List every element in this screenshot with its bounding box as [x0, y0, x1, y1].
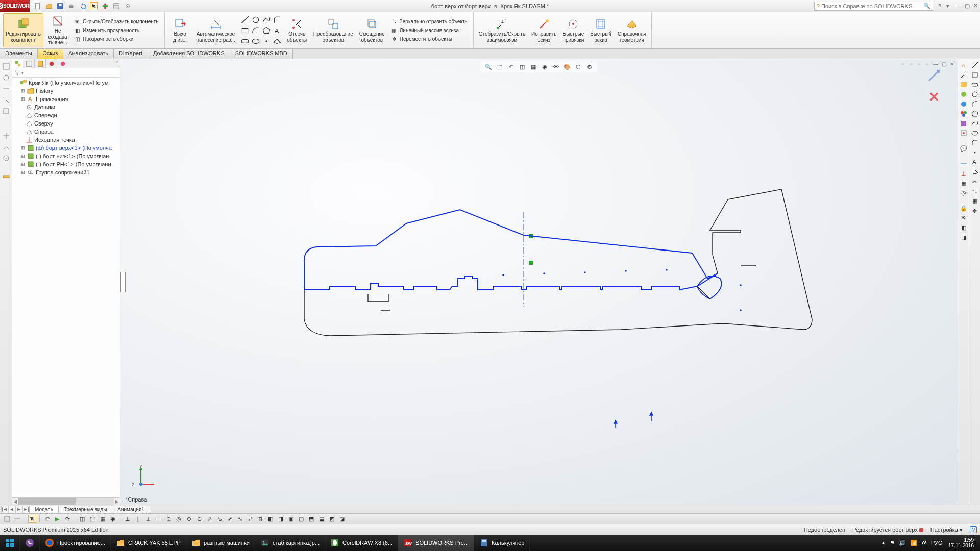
lb-icon-6[interactable]: [2, 132, 10, 140]
close-icon[interactable]: ✕: [972, 3, 979, 10]
tab-mbd[interactable]: SOLIDWORKS MBD: [230, 49, 293, 59]
viewtab-3dviews[interactable]: Трехмерные виды: [58, 506, 112, 513]
circle-tool-icon[interactable]: [251, 15, 260, 24]
move-entities-button[interactable]: ✥Переместить объекты: [389, 35, 470, 43]
point-tool-icon[interactable]: [262, 37, 271, 46]
bt-14[interactable]: ⊙: [164, 515, 173, 523]
rb1-forum-icon[interactable]: 💬: [960, 144, 968, 153]
tree-sensors[interactable]: Датчики: [13, 103, 119, 111]
bt-31[interactable]: ◪: [338, 515, 346, 523]
bt-27[interactable]: ▢: [297, 515, 305, 523]
convert-entities-button[interactable]: Преобразование объектов: [311, 13, 355, 47]
bt-12[interactable]: ⟂: [144, 515, 152, 523]
arc-tool-icon[interactable]: [251, 26, 260, 35]
status-help-icon[interactable]: ?: [970, 526, 977, 533]
bt-3[interactable]: ↶: [43, 515, 51, 523]
hide-show-components-button[interactable]: 👁Скрыть/Отобразить компоненты: [72, 18, 161, 26]
bt-7[interactable]: ⬚: [88, 515, 96, 523]
vt-first[interactable]: |◄: [1, 506, 8, 513]
tree-front-plane[interactable]: Спереди: [13, 111, 119, 119]
trim-button[interactable]: Отсечь объекты: [285, 13, 309, 47]
maximize-icon[interactable]: ▢: [964, 3, 971, 10]
rb1-decal-icon[interactable]: [960, 129, 968, 137]
rb2-4[interactable]: [971, 90, 979, 98]
fm-tab-property[interactable]: [23, 59, 35, 68]
undo-icon[interactable]: [79, 2, 87, 10]
bt-4[interactable]: ▶: [53, 515, 61, 523]
line-tool-icon[interactable]: [240, 15, 250, 24]
fm-tab-tree[interactable]: [12, 59, 23, 68]
fm-tab-dimxpert[interactable]: [46, 59, 57, 68]
task-solidworks[interactable]: SWSOLIDWORKS Pre...: [398, 535, 474, 551]
bt-23[interactable]: ⇅: [256, 515, 264, 523]
bt-cursor-icon[interactable]: [28, 515, 36, 523]
rb1-rect-icon[interactable]: [960, 81, 968, 89]
bt-11[interactable]: ∥: [134, 515, 142, 523]
open-file-icon[interactable]: [45, 2, 53, 10]
options-icon[interactable]: [112, 2, 120, 10]
bt-5[interactable]: ⟳: [63, 515, 71, 523]
bt-13[interactable]: ≡: [154, 515, 162, 523]
tray-clock[interactable]: 1:59 17.11.2016: [946, 537, 976, 548]
lb-icon-3[interactable]: [2, 85, 10, 93]
viewtab-animation[interactable]: Анимация1: [112, 506, 150, 513]
bt-1[interactable]: [3, 515, 11, 523]
rb2-7[interactable]: [971, 119, 979, 128]
rb2-13[interactable]: ✂: [971, 178, 979, 186]
rb2-1[interactable]: [971, 61, 979, 69]
lb-icon-8[interactable]: [2, 154, 10, 162]
bt-30[interactable]: ◩: [328, 515, 336, 523]
rb2-9[interactable]: [971, 139, 979, 147]
smart-dimension-button[interactable]: Автоматическое нанесение раз...: [194, 13, 237, 47]
tree-history[interactable]: ⊞History: [13, 87, 119, 95]
rb1-grid-icon[interactable]: ▦: [960, 179, 968, 187]
status-customize[interactable]: Настройка ▾: [930, 527, 963, 533]
bt-17[interactable]: ⊖: [195, 515, 203, 523]
repair-sketch-button[interactable]: Исправить эскиз: [529, 13, 558, 47]
tray-lang[interactable]: РУС: [931, 540, 942, 546]
fm-tabs-overflow[interactable]: »: [113, 59, 120, 68]
rb2-12[interactable]: [971, 168, 979, 176]
rb1-eye-icon[interactable]: 👁: [960, 214, 968, 222]
print-icon[interactable]: [67, 2, 76, 10]
bt-22[interactable]: ⇄: [246, 515, 254, 523]
rb1-circle-icon[interactable]: [960, 90, 968, 98]
task-firefox[interactable]: Проектирование...: [40, 535, 111, 551]
tab-features[interactable]: Элементы: [0, 49, 38, 59]
linear-pattern-button[interactable]: ▦Линейный массив эскиза: [389, 27, 470, 35]
bt-26[interactable]: ▣: [287, 515, 295, 523]
bt-10[interactable]: ⊥: [124, 515, 132, 523]
lb-icon-5[interactable]: [2, 107, 10, 115]
display-relations-button[interactable]: ⊥ Отобразить/Скрыть взаимосвязи: [477, 13, 527, 47]
tree-annotations[interactable]: ⊞AПримечания: [13, 95, 119, 103]
viewtab-model[interactable]: Модель: [29, 506, 59, 513]
help-search[interactable]: ? 🔍: [814, 2, 933, 11]
lb-measure-icon[interactable]: [2, 172, 10, 181]
graphics-viewport[interactable]: ▫▫ ▫▫ —▢✕ 🔍 ⬚ ↶ ◫ ▦ ◉ 👁 🎨 ⬡ ⚙ ✕: [120, 59, 958, 505]
tray-up-icon[interactable]: ▲: [881, 540, 886, 545]
help-search-input[interactable]: [821, 3, 923, 9]
bt-28[interactable]: ⬒: [307, 515, 315, 523]
task-viber[interactable]: [20, 535, 40, 551]
bt-21[interactable]: ⤡: [236, 515, 244, 523]
tray-flag-icon[interactable]: ⚑: [890, 540, 895, 546]
task-folder1[interactable]: CRACK YAK 55 EPP: [111, 535, 186, 551]
bt-15[interactable]: ◎: [175, 515, 183, 523]
rb2-2[interactable]: [971, 71, 979, 79]
orientation-triad[interactable]: Y Z: [131, 464, 156, 489]
settings-icon[interactable]: [124, 2, 132, 10]
tree-root[interactable]: Кряк Як (По умолчанию<По ум: [13, 79, 119, 87]
tray-network-icon[interactable]: 📶: [910, 540, 917, 546]
help-dropdown[interactable]: ?▾: [936, 3, 951, 10]
search-icon[interactable]: 🔍: [923, 3, 930, 9]
bt-29[interactable]: ⬓: [317, 515, 326, 523]
tree-mates[interactable]: ⊞Группа сопряжений1: [13, 168, 119, 177]
rapid-sketch-button[interactable]: Быстрый эскиз: [588, 13, 614, 47]
rb1-box-icon[interactable]: [960, 119, 968, 128]
bt-24[interactable]: ◧: [266, 515, 275, 523]
plane-tool-icon[interactable]: [273, 37, 282, 46]
vt-prev[interactable]: ◄: [8, 506, 15, 513]
bt-18[interactable]: ↗: [205, 515, 213, 523]
rebuild-icon[interactable]: [101, 2, 109, 10]
feature-tree[interactable]: Кряк Як (По умолчанию<По ум ⊞History ⊞AП…: [12, 78, 120, 497]
